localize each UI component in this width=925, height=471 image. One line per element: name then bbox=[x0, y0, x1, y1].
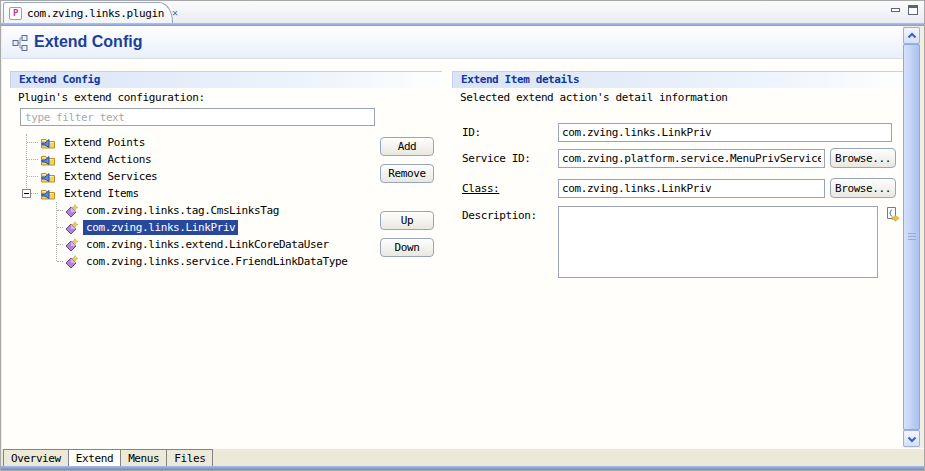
tree-node-label: Extend Items bbox=[61, 186, 142, 201]
tree-node-linkcoredatauser[interactable]: com.zving.links.extend.LinkCoreDataUser bbox=[20, 236, 370, 253]
tree-node-extend-actions[interactable]: Extend Actions bbox=[20, 151, 370, 168]
scroll-down-icon[interactable] bbox=[903, 430, 920, 447]
extension-item-icon bbox=[64, 238, 78, 252]
plugin-file-icon: P bbox=[9, 7, 22, 20]
tree-node-extend-services[interactable]: Extend Services bbox=[20, 168, 370, 185]
chevron-up-icon bbox=[905, 29, 919, 43]
tree-node-linkpriv[interactable]: com.zving.links.LinkPriv bbox=[20, 219, 370, 236]
tree-node-label: com.zving.links.LinkPriv bbox=[83, 220, 238, 235]
tree-node-label: com.zving.links.extend.LinkCoreDataUser bbox=[83, 237, 332, 252]
editor-tab-plugin[interactable]: P com.zving.links.plugin ✕ bbox=[3, 2, 173, 23]
service-id-label: Service ID: bbox=[462, 152, 530, 165]
tree-node-extend-items[interactable]: Extend Items bbox=[20, 185, 370, 202]
tree-node-label: com.zving.links.tag.CmsLinksTag bbox=[83, 203, 282, 218]
down-button[interactable]: Down bbox=[380, 238, 434, 257]
window-bottom-strip bbox=[1, 466, 924, 470]
description-textarea[interactable] bbox=[558, 206, 878, 278]
minimize-icon[interactable] bbox=[891, 8, 900, 12]
extension-category-icon bbox=[40, 152, 56, 168]
page-tab-bar: Overview Extend Menus Files bbox=[1, 448, 924, 468]
collapse-toggle-icon[interactable] bbox=[22, 189, 31, 198]
form-body: Extend Config Plugin's extend configurat… bbox=[2, 59, 904, 448]
service-id-input[interactable] bbox=[558, 149, 825, 168]
section-title: Extend Item details bbox=[452, 71, 904, 88]
add-button[interactable]: Add bbox=[380, 137, 434, 156]
class-row: Class: Browse... bbox=[462, 182, 499, 195]
plugin-editor-window: P com.zving.links.plugin ✕ Extend Config… bbox=[0, 0, 925, 471]
scrollbar-thumb[interactable] bbox=[903, 44, 920, 430]
tree-node-cmslinkstag[interactable]: com.zving.links.tag.CmsLinksTag bbox=[20, 202, 370, 219]
up-button[interactable]: Up bbox=[380, 211, 434, 230]
tree-node-friendlinkdatatype[interactable]: com.zving.links.service.FriendLinkDataTy… bbox=[20, 253, 370, 270]
editor-tab-title: com.zving.links.plugin bbox=[27, 7, 164, 20]
extension-item-icon bbox=[64, 255, 78, 269]
view-controls bbox=[891, 5, 918, 15]
tree-node-label: com.zving.links.service.FriendLinkDataTy… bbox=[83, 254, 350, 269]
class-label-link[interactable]: Class: bbox=[462, 182, 499, 195]
scrollbar-grip bbox=[908, 233, 916, 241]
remove-button[interactable]: Remove bbox=[380, 164, 434, 183]
extension-category-icon bbox=[40, 169, 56, 185]
tree-node-extend-points[interactable]: Extend Points bbox=[20, 134, 370, 151]
tree-node-label: Extend Services bbox=[61, 169, 160, 184]
id-input[interactable] bbox=[558, 123, 892, 142]
service-id-browse-button[interactable]: Browse... bbox=[830, 148, 896, 168]
extend-config-icon bbox=[12, 35, 28, 51]
extend-tree: Extend Points Extend Actions Extend Serv… bbox=[20, 134, 370, 270]
extend-item-details-section: Extend Item details Selected extend acti… bbox=[452, 71, 904, 441]
page-title: Extend Config bbox=[34, 33, 142, 51]
id-label: ID: bbox=[462, 126, 481, 139]
tree-node-label: Extend Points bbox=[61, 135, 148, 150]
vertical-scrollbar bbox=[903, 27, 920, 447]
chevron-down-icon bbox=[905, 432, 919, 446]
form-header: Extend Config bbox=[2, 26, 903, 59]
id-row: ID: bbox=[462, 126, 481, 139]
maximize-icon[interactable] bbox=[908, 5, 918, 15]
section-title: Extend Config bbox=[10, 71, 442, 88]
description-row: Description: bbox=[462, 209, 537, 222]
section-description: Plugin's extend configuration: bbox=[10, 88, 442, 104]
extension-item-icon bbox=[64, 204, 78, 218]
description-label: Description: bbox=[462, 209, 537, 222]
close-icon[interactable]: ✕ bbox=[172, 8, 178, 18]
tree-node-label: Extend Actions bbox=[61, 152, 154, 167]
filter-input[interactable] bbox=[20, 108, 375, 126]
section-description: Selected extend action's detail informat… bbox=[452, 88, 904, 104]
extension-category-icon bbox=[40, 135, 56, 151]
extend-config-section: Extend Config Plugin's extend configurat… bbox=[10, 71, 442, 441]
class-input[interactable] bbox=[558, 179, 825, 198]
extension-item-icon bbox=[64, 221, 78, 235]
class-browse-button[interactable]: Browse... bbox=[830, 178, 896, 198]
scroll-up-icon[interactable] bbox=[903, 27, 920, 44]
extension-category-icon bbox=[40, 186, 56, 202]
editor-tab-bar: P com.zving.links.plugin ✕ bbox=[1, 1, 924, 23]
service-id-row: Service ID: Browse... bbox=[462, 152, 530, 165]
content-assist-icon bbox=[884, 206, 900, 222]
